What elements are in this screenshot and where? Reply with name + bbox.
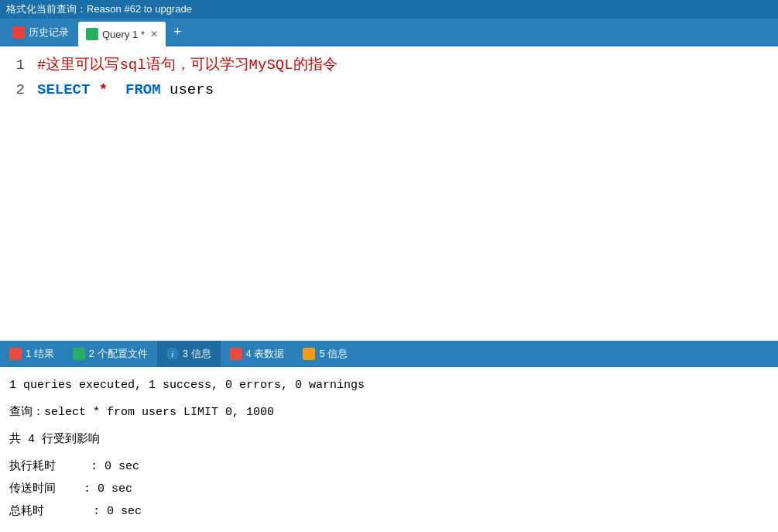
bottom-tab-results[interactable]: 1 结果 xyxy=(0,341,63,367)
line-numbers: 1 2 xyxy=(0,53,31,335)
top-bar-text: 格式化当前查询：Reason #62 to upgrade xyxy=(6,2,192,16)
editor-area[interactable]: 1 2 #这里可以写sql语句，可以学习MySQL的指令 SELECT * FR… xyxy=(0,46,778,341)
line-number-1: 1 xyxy=(8,53,25,77)
result-timing: 执行耗时 : 0 sec 传送时间 : 0 sec 总耗时 : 0 sec xyxy=(9,456,769,522)
query-tab-active[interactable]: Query 1 * ✕ xyxy=(78,22,166,46)
result-line-1: 1 queries executed, 1 success, 0 errors,… xyxy=(9,375,769,396)
bottom-tab-results-label: 1 结果 xyxy=(26,347,54,361)
code-line-2: SELECT * FROM users xyxy=(37,77,772,102)
result-rows-line: 共 4 行受到影响 xyxy=(9,429,769,450)
bottom-tab-bar: 1 结果 2 个配置文件 i 3 信息 4 表数据 5 信息 xyxy=(0,341,778,367)
history-tab-label: 历史记录 xyxy=(29,26,69,39)
result-icon xyxy=(9,348,22,360)
keyword-from: FROM xyxy=(125,81,161,98)
bottom-tab-tabledata-label: 4 表数据 xyxy=(246,347,285,361)
add-tab-button[interactable]: + xyxy=(166,19,190,46)
keyword-star: * xyxy=(99,81,108,98)
result-area: 1 queries executed, 1 success, 0 errors,… xyxy=(0,367,778,532)
bottom-tab-info2[interactable]: 5 信息 xyxy=(293,341,357,367)
line-number-2: 2 xyxy=(8,77,25,102)
info-icon: i xyxy=(166,348,179,360)
tab-close-button[interactable]: ✕ xyxy=(150,29,158,39)
config-icon xyxy=(73,348,85,360)
query-icon xyxy=(86,28,98,40)
top-bar: 格式化当前查询：Reason #62 to upgrade xyxy=(0,0,778,19)
result-rows: 共 4 行受到影响 xyxy=(9,429,769,450)
bottom-tab-info2-label: 5 信息 xyxy=(319,347,348,361)
result-exec-line: 执行耗时 : 0 sec xyxy=(9,456,769,477)
query-tab-label: Query 1 * xyxy=(102,29,145,40)
result-transfer-line: 传送时间 : 0 sec xyxy=(9,479,769,499)
tab-bar: 历史记录 Query 1 * ✕ + xyxy=(0,19,778,46)
result-summary: 1 queries executed, 1 success, 0 errors,… xyxy=(9,375,769,396)
bottom-tab-info-label: 3 信息 xyxy=(183,347,211,361)
warning-icon xyxy=(303,348,315,360)
calendar-icon xyxy=(12,26,25,39)
code-line-1: #这里可以写sql语句，可以学习MySQL的指令 xyxy=(37,53,772,77)
code-editor[interactable]: 1 2 #这里可以写sql语句，可以学习MySQL的指令 SELECT * FR… xyxy=(0,46,778,341)
result-query-line: 查询：select * from users LIMIT 0, 1000 xyxy=(9,402,769,423)
bottom-tab-tabledata[interactable]: 4 表数据 xyxy=(221,341,294,367)
bottom-tab-config[interactable]: 2 个配置文件 xyxy=(63,341,157,367)
result-query: 查询：select * from users LIMIT 0, 1000 xyxy=(9,402,769,423)
bottom-tab-config-label: 2 个配置文件 xyxy=(89,347,148,361)
history-tab[interactable]: 历史记录 xyxy=(3,19,78,46)
table-icon xyxy=(230,348,242,360)
table-name: users xyxy=(170,81,214,98)
result-total-line: 总耗时 : 0 sec xyxy=(9,501,769,522)
bottom-tab-info[interactable]: i 3 信息 xyxy=(157,341,221,367)
keyword-select: SELECT xyxy=(37,81,90,98)
code-content[interactable]: #这里可以写sql语句，可以学习MySQL的指令 SELECT * FROM u… xyxy=(31,53,778,335)
